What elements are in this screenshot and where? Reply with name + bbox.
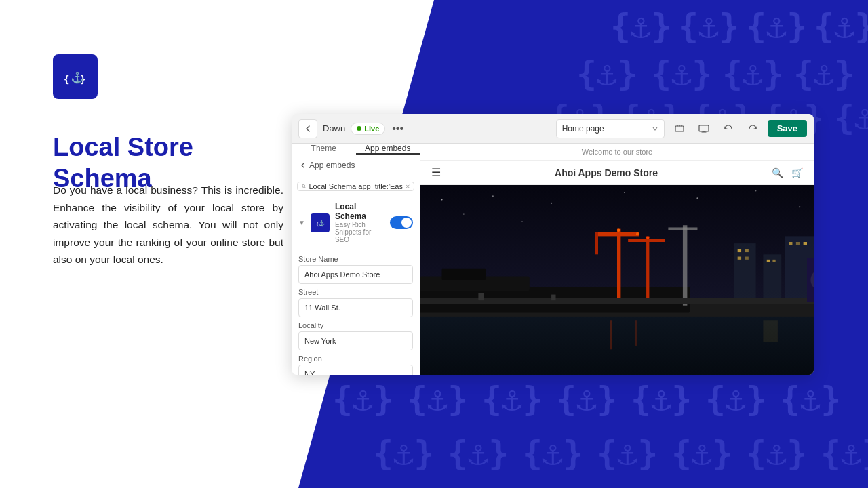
svg-point-17 xyxy=(799,206,800,207)
svg-rect-4 xyxy=(675,126,684,131)
schema-item: ▼ { } ⚓ Local Schema Easy Rich Snippets … xyxy=(292,197,420,249)
page-body-text: Do you have a local business? This is in… xyxy=(53,182,283,268)
svg-rect-35 xyxy=(734,243,755,302)
svg-rect-48 xyxy=(635,320,637,346)
label-locality: Locality xyxy=(298,321,413,329)
svg-rect-47 xyxy=(610,320,612,349)
editor-body: Theme App embeds App embeds ▼ xyxy=(292,144,814,375)
form-section: Store Name Street Locality Region xyxy=(292,249,420,375)
svg-rect-42 xyxy=(767,260,770,262)
svg-text:⚓: ⚓ xyxy=(71,71,84,84)
tab-theme[interactable]: Theme xyxy=(292,144,356,155)
schema-subtitle: Easy Rich Snippets for SEO xyxy=(335,221,384,243)
label-region: Region xyxy=(298,354,413,363)
svg-rect-25 xyxy=(617,229,620,302)
preview-image xyxy=(420,185,814,375)
svg-point-12 xyxy=(492,195,494,197)
expand-icon[interactable]: ▼ xyxy=(298,219,305,226)
svg-rect-5 xyxy=(699,125,709,131)
svg-rect-31 xyxy=(668,227,697,230)
svg-point-33 xyxy=(636,232,639,235)
panel-tabs: Theme App embeds xyxy=(292,144,420,155)
highlight-icon-button[interactable] xyxy=(670,119,689,138)
svg-rect-30 xyxy=(683,225,687,305)
page-selector[interactable]: Home page xyxy=(556,119,665,138)
svg-rect-52 xyxy=(551,295,555,301)
search-input[interactable] xyxy=(309,182,403,190)
live-badge: Live xyxy=(351,123,385,135)
toggle-switch[interactable] xyxy=(390,216,413,229)
svg-point-32 xyxy=(617,229,620,232)
hamburger-icon: ☰ xyxy=(431,166,441,179)
svg-rect-43 xyxy=(772,260,775,262)
store-nav: ☰ Ahoi Apps Demo Store 🔍 🛒 xyxy=(420,161,814,185)
svg-point-15 xyxy=(696,197,698,199)
search-bar[interactable] xyxy=(297,182,414,191)
desktop-icon-button[interactable] xyxy=(694,119,713,138)
svg-point-19 xyxy=(521,221,522,222)
back-link[interactable]: App embeds xyxy=(292,155,420,176)
svg-point-16 xyxy=(755,190,757,192)
svg-rect-49 xyxy=(763,320,778,342)
editor-container: Dawn Live ••• Home page Save xyxy=(292,114,814,375)
back-button[interactable] xyxy=(298,119,317,138)
right-preview: Welcome to our store ☰ Ahoi Apps Demo St… xyxy=(420,144,814,375)
store-nav-icons: 🔍 🛒 xyxy=(772,167,803,178)
svg-text:{: { xyxy=(64,74,69,85)
search-icon[interactable]: 🔍 xyxy=(772,167,783,178)
svg-rect-29 xyxy=(628,239,665,242)
label-street: Street xyxy=(298,288,413,296)
svg-rect-46 xyxy=(804,242,807,245)
store-title: Ahoi Apps Demo Store xyxy=(441,167,772,178)
svg-rect-20 xyxy=(420,312,814,375)
svg-rect-44 xyxy=(789,242,792,245)
svg-rect-40 xyxy=(738,257,741,260)
svg-text:⚓: ⚓ xyxy=(318,220,325,226)
svg-rect-26 xyxy=(595,232,639,236)
cart-icon[interactable]: 🛒 xyxy=(791,167,803,178)
svg-rect-27 xyxy=(595,232,598,254)
input-store-name[interactable] xyxy=(298,265,413,284)
svg-rect-51 xyxy=(478,293,484,300)
svg-point-11 xyxy=(441,199,442,200)
svg-rect-39 xyxy=(745,249,748,252)
input-street[interactable] xyxy=(298,298,413,317)
svg-point-34 xyxy=(646,236,649,239)
redo-button[interactable] xyxy=(743,119,762,138)
svg-rect-45 xyxy=(796,242,800,245)
schema-name: Local Schema xyxy=(335,202,384,221)
schema-icon: { } ⚓ xyxy=(311,214,330,232)
live-dot xyxy=(357,126,361,131)
input-region[interactable] xyxy=(298,365,413,375)
more-options-button[interactable]: ••• xyxy=(392,123,403,135)
logo-icon: { } ⚓ xyxy=(53,54,98,99)
svg-rect-36 xyxy=(763,254,781,302)
left-panel: Theme App embeds App embeds ▼ xyxy=(292,144,420,375)
input-locality[interactable] xyxy=(298,331,413,350)
theme-name-label: Dawn xyxy=(323,123,345,134)
svg-rect-38 xyxy=(738,249,741,252)
svg-point-18 xyxy=(463,214,465,215)
preview-welcome-bar: Welcome to our store xyxy=(420,144,814,161)
svg-point-14 xyxy=(624,192,625,193)
svg-rect-24 xyxy=(442,269,486,280)
svg-point-13 xyxy=(551,203,552,204)
save-button[interactable]: Save xyxy=(768,120,807,137)
svg-rect-41 xyxy=(745,257,748,260)
schema-info: Local Schema Easy Rich Snippets for SEO xyxy=(335,202,384,243)
logo-container: { } ⚓ xyxy=(53,54,98,99)
label-store-name: Store Name xyxy=(298,255,413,263)
svg-rect-28 xyxy=(646,236,649,302)
tab-app-embeds[interactable]: App embeds xyxy=(356,144,420,155)
editor-toolbar: Dawn Live ••• Home page Save xyxy=(292,114,814,144)
undo-button[interactable] xyxy=(719,119,738,138)
